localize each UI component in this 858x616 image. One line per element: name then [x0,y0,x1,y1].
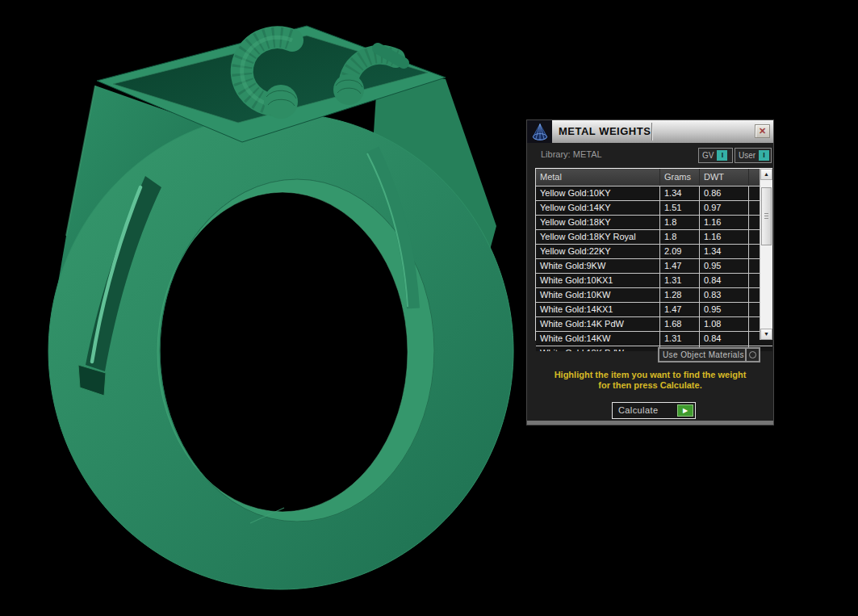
gv-label: GV [702,151,714,160]
close-icon[interactable]: ✕ [755,124,770,138]
scrollbar-thumb[interactable] [761,187,772,245]
calculate-button[interactable]: Calculate ▶ [612,402,696,419]
dialog-titlebar[interactable]: METAL WEIGHTS ✕ [527,120,773,143]
metal-table-header: Metal Grams DWT [536,169,772,186]
use-object-materials-dropdown[interactable]: Use Object Materials [658,347,760,362]
table-row[interactable]: White Gold:14K PdW 1.68 1.08 [536,316,772,331]
dropdown-value: Use Object Materials [659,349,745,361]
ring-band [48,113,513,589]
table-row[interactable]: White Gold:9KW 1.47 0.95 [536,258,772,273]
instruction-line1: Highlight the item you want to find the … [527,370,773,380]
user-label: User [739,151,755,160]
dropdown-circle-icon [749,351,756,358]
ring-3d-model [0,0,533,616]
calculate-label: Calculate [618,405,658,415]
titlebar-divider [651,123,652,140]
scroll-up-icon[interactable]: ▲ [760,169,772,180]
gv-toggle-button[interactable]: GV I [698,148,733,163]
viewport-3d[interactable] [0,0,533,616]
column-header-dwt: DWT [700,169,749,186]
user-toggle-button[interactable]: User I [735,148,772,163]
application-window: METAL WEIGHTS ✕ Library: METAL GV I User… [0,0,858,616]
table-row[interactable]: Yellow Gold:18KY 1.8 1.16 [536,215,772,229]
library-label: Library: METAL [541,149,602,159]
column-header-spare [749,169,760,186]
table-row[interactable]: White Gold:14KX1 1.47 0.95 [536,302,772,316]
dropdown-toggle[interactable] [745,349,759,361]
metal-table: Metal Grams DWT Yellow Gold:10KY 1.34 0.… [535,168,772,341]
user-indicator: I [759,150,769,161]
scrollbar-grip [764,213,768,220]
table-row[interactable]: Yellow Gold:10KY 1.34 0.86 [536,186,772,200]
table-row[interactable]: White Gold:14KW 1.31 0.84 [536,331,772,346]
metal-table-rows: Yellow Gold:10KY 1.34 0.86 Yellow Gold:1… [536,186,772,346]
table-scrollbar[interactable]: ▲ ▼ [760,169,772,340]
instruction-text: Highlight the item you want to find the … [527,370,773,391]
column-header-grams: Grams [660,169,700,186]
calculate-go-icon: ▶ [677,404,693,417]
column-header-metal: Metal [536,169,660,186]
instruction-line2: for then press Calculate. [527,380,773,391]
table-row[interactable]: White Gold:10KX1 1.31 0.84 [536,273,772,287]
app-cone-icon [527,120,552,143]
table-row[interactable]: Yellow Gold:18KY Royal 1.8 1.16 [536,229,772,244]
table-row[interactable]: Yellow Gold:22KY 2.09 1.34 [536,244,772,258]
table-row[interactable]: White Gold:10KW 1.28 0.83 [536,287,772,302]
scroll-down-icon[interactable]: ▼ [760,329,772,340]
dialog-bottom-strip [527,421,773,425]
metal-weights-dialog: METAL WEIGHTS ✕ Library: METAL GV I User… [526,119,774,425]
dialog-title: METAL WEIGHTS [552,120,651,143]
gv-indicator: I [717,150,727,161]
table-row[interactable]: Yellow Gold:14KY 1.51 0.97 [536,200,772,215]
